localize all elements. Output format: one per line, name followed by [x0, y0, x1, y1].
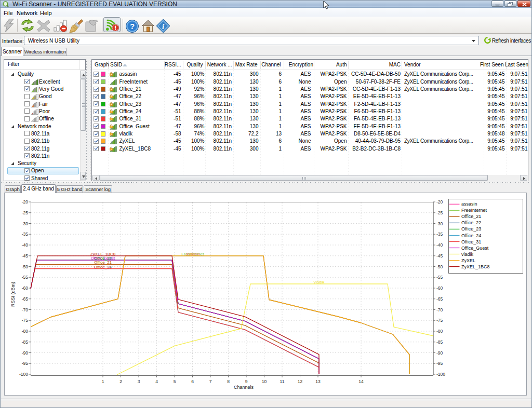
svg-text:8: 8 [227, 379, 230, 384]
svg-text:3: 3 [138, 379, 140, 384]
svg-text:-70: -70 [436, 307, 443, 312]
svg-text:-55: -55 [436, 275, 443, 280]
svg-text:-100: -100 [436, 372, 445, 377]
svg-text:-30: -30 [436, 221, 443, 226]
svg-text:-25: -25 [22, 210, 29, 215]
svg-text:vladik: vladik [314, 280, 325, 284]
svg-text:RSSI (dBm): RSSI (dBm) [10, 282, 16, 307]
svg-text:FreeInternet: FreeInternet [181, 252, 204, 256]
svg-text:-90: -90 [22, 350, 29, 356]
svg-text:-20: -20 [22, 199, 29, 205]
svg-text:12: 12 [298, 379, 303, 384]
svg-text:FreeInternet: FreeInternet [461, 208, 487, 213]
svg-text:14: 14 [358, 379, 364, 384]
svg-text:ZyXEL: ZyXEL [461, 258, 475, 263]
svg-text:-90: -90 [436, 350, 443, 356]
svg-text:-60: -60 [436, 285, 443, 291]
svg-text:vladik: vladik [461, 252, 474, 257]
svg-text:Office_24: Office_24 [461, 233, 481, 238]
svg-text:-40: -40 [436, 242, 443, 248]
svg-text:-75: -75 [436, 318, 443, 323]
svg-text:-45: -45 [22, 253, 29, 259]
svg-text:Office_23: Office_23 [461, 226, 481, 232]
svg-text:Office_21: Office_21 [461, 214, 481, 219]
svg-text:-35: -35 [436, 232, 443, 237]
svg-text:11: 11 [280, 379, 285, 384]
svg-text:Channels: Channels [234, 385, 254, 390]
svg-text:-75: -75 [22, 318, 29, 323]
svg-text:-50: -50 [22, 264, 29, 269]
svg-text:-70: -70 [22, 307, 29, 312]
svg-text:-45: -45 [436, 253, 443, 259]
svg-text:-65: -65 [22, 296, 29, 302]
svg-text:assasin: assasin [461, 201, 477, 207]
svg-text:1: 1 [102, 379, 104, 384]
svg-text:-40: -40 [22, 242, 29, 248]
svg-text:9: 9 [245, 379, 248, 384]
svg-text:?: ? [130, 22, 135, 31]
svg-text:2: 2 [119, 379, 122, 384]
svg-text:-25: -25 [436, 210, 443, 215]
svg-text:-85: -85 [22, 339, 29, 345]
svg-text:-95: -95 [22, 361, 29, 366]
svg-text:-60: -60 [22, 285, 29, 291]
svg-text:7: 7 [209, 379, 212, 384]
svg-text:-50: -50 [436, 264, 443, 269]
svg-text:-20: -20 [436, 199, 443, 205]
svg-text:-30: -30 [22, 221, 29, 226]
svg-text:Office_22: Office_22 [461, 220, 481, 225]
svg-text:-100: -100 [19, 372, 28, 377]
svg-text:-35: -35 [22, 232, 29, 237]
svg-text:-85: -85 [436, 339, 443, 345]
svg-text:-55: -55 [22, 275, 29, 280]
svg-text:Office_31: Office_31 [461, 239, 481, 244]
svg-text:4: 4 [155, 379, 158, 384]
svg-text:6: 6 [191, 379, 194, 384]
svg-text:-95: -95 [436, 361, 443, 366]
svg-text:-80: -80 [22, 329, 29, 334]
svg-text:ZyXEL_1BC8: ZyXEL_1BC8 [461, 264, 490, 269]
svg-text:-65: -65 [436, 296, 443, 302]
svg-text:5: 5 [174, 379, 176, 384]
svg-text:-80: -80 [436, 329, 443, 334]
svg-text:13: 13 [315, 379, 321, 384]
svg-text:10: 10 [262, 379, 267, 384]
svg-text:Office_Guest: Office_Guest [461, 246, 489, 251]
svg-text:Office_31: Office_31 [94, 265, 112, 269]
